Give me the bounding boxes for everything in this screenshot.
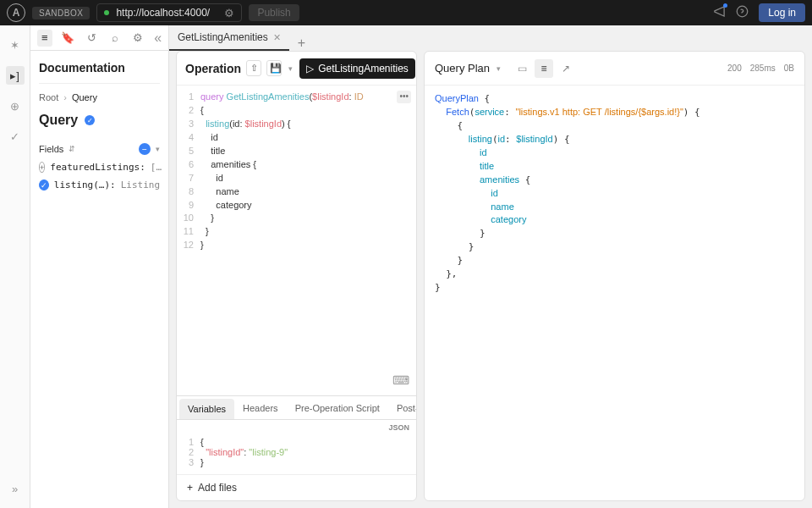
json-badge: JSON (381, 420, 416, 432)
publish-button[interactable]: Publish (249, 4, 299, 21)
operation-editor[interactable]: 123456789101112 query GetListingAmenitie… (177, 86, 416, 395)
view-rect-icon[interactable]: ▭ (513, 59, 531, 78)
collapse-icon[interactable]: « (154, 30, 162, 46)
explorer-icon[interactable]: ▸] (6, 66, 25, 85)
operation-header: Operation (185, 62, 241, 75)
checks-icon[interactable]: ✓ (6, 127, 25, 146)
more-icon[interactable]: ••• (397, 91, 411, 103)
share-icon[interactable]: ⇧ (246, 60, 261, 76)
field-listing[interactable]: ✓ listing(…): Listing (39, 179, 160, 190)
chevron-down-icon[interactable]: ▾ (287, 64, 294, 73)
gear-icon[interactable]: ⚙ (224, 7, 234, 19)
chevron-down-icon[interactable]: ▾ (156, 145, 160, 153)
bookmark-icon[interactable]: 🔖 (61, 30, 76, 47)
topbar: A SANDBOX ⚙ Publish Log in (0, 0, 812, 25)
tab-headers[interactable]: Headers (234, 396, 287, 419)
play-icon: ▷ (306, 63, 314, 75)
breadcrumb: Root › Query (39, 92, 160, 102)
notification-dot-icon (723, 3, 727, 8)
login-button[interactable]: Log in (759, 3, 805, 22)
external-icon[interactable]: ↗ (557, 59, 575, 78)
sort-icon[interactable]: ⇵ (69, 145, 75, 153)
url-input-wrap: ⚙ (96, 3, 242, 22)
sandbox-badge: SANDBOX (32, 7, 90, 19)
operation-tab[interactable]: GetListingAmenities ✕ (169, 25, 289, 51)
activity-rail: ✶ ▸] ⊕ ✓ » (0, 25, 30, 508)
field-featured-listings[interactable]: + featuredListings: [… (39, 162, 160, 173)
docs-icon[interactable]: ≡ (37, 30, 52, 47)
type-name: Query (39, 113, 78, 128)
megaphone-icon[interactable] (713, 5, 726, 21)
breadcrumb-current: Query (72, 92, 97, 102)
tab-post-script[interactable]: Post-Operat (388, 396, 416, 419)
breadcrumb-root[interactable]: Root (39, 92, 58, 102)
tab-variables[interactable]: Variables (179, 399, 234, 419)
run-button[interactable]: ▷ GetListingAmenities (299, 58, 415, 79)
variables-editor[interactable]: 123 { "listingId": "listing-9" } (177, 432, 416, 474)
response-size: 0B (784, 64, 794, 73)
add-tab-button[interactable]: + (289, 36, 314, 51)
response-header[interactable]: Query Plan (435, 62, 490, 75)
add-icon[interactable]: ⊕ (6, 97, 25, 115)
docs-title: Documentation (39, 61, 160, 84)
app-logo[interactable]: A (7, 3, 25, 22)
help-icon[interactable] (736, 5, 749, 21)
remove-all-icon[interactable]: − (139, 143, 151, 155)
save-icon[interactable]: 💾 (266, 60, 282, 76)
history-icon[interactable]: ↺ (84, 30, 99, 47)
fields-label: Fields (39, 144, 63, 154)
add-files-button[interactable]: + Add files (177, 474, 416, 500)
expand-icon[interactable]: » (6, 479, 25, 498)
url-input[interactable] (116, 7, 217, 19)
close-icon[interactable]: ✕ (273, 32, 281, 43)
status-dot-icon (104, 10, 109, 15)
verified-icon: ✓ (85, 115, 95, 125)
chevron-down-icon[interactable]: ▾ (497, 64, 501, 73)
chevron-right-icon: › (63, 92, 67, 102)
plus-icon: + (187, 482, 193, 494)
response-time: 285ms (750, 64, 776, 73)
view-list-icon[interactable]: ≡ (535, 59, 553, 78)
status-code: 200 (727, 64, 742, 73)
svg-point-0 (738, 6, 749, 17)
search-icon[interactable]: ⌕ (107, 30, 123, 47)
selected-field-icon[interactable]: ✓ (39, 179, 49, 190)
documentation-panel: ≡ 🔖 ↺ ⌕ ⚙ « Documentation Root › Query Q… (30, 25, 169, 508)
tab-pre-script[interactable]: Pre-Operation Script (287, 396, 388, 419)
settings-icon[interactable]: ⚙ (131, 30, 146, 47)
add-field-icon[interactable]: + (39, 162, 45, 173)
tab-bar: GetListingAmenities ✕ + (169, 25, 805, 51)
response-body[interactable]: QueryPlan { Fetch(service: "listings.v1 … (425, 86, 804, 500)
connectors-icon[interactable]: ✶ (6, 36, 25, 54)
keyboard-icon[interactable]: ⌨ (392, 372, 409, 389)
